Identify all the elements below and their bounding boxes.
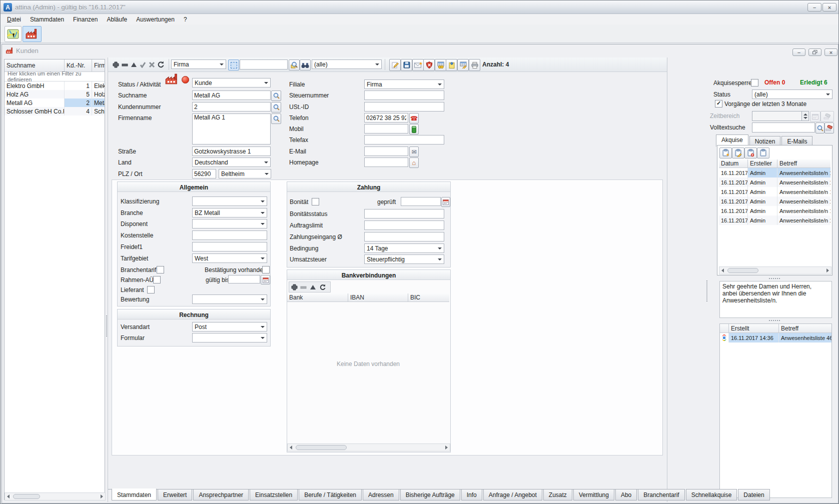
bewertung-combo[interactable] [192, 294, 267, 304]
cell-datum[interactable]: 16.11.2017 [719, 206, 748, 216]
add-record-button[interactable] [112, 60, 120, 68]
status-combo[interactable]: Kunde [192, 78, 271, 88]
lieferant-checkbox[interactable] [147, 286, 155, 294]
cell-datum[interactable]: 16.11.2017 [719, 168, 748, 178]
cell-betreff[interactable]: Anwesenheitsliste 46 [779, 333, 831, 342]
scroll-left-icon[interactable] [290, 446, 292, 450]
child-restore-button[interactable] [808, 48, 821, 56]
tab-erweitert[interactable]: Erweitert [158, 489, 192, 500]
cell-datum[interactable]: 16.11.2017 [719, 196, 748, 206]
bank-delete-button[interactable] [300, 284, 307, 290]
homepage-input[interactable] [364, 158, 408, 167]
cell-suchname[interactable]: Metall AG [5, 98, 65, 107]
akquise-hscrollbar[interactable] [719, 266, 831, 274]
cell-ersteller[interactable]: Admin [748, 206, 777, 216]
column-header-betreff[interactable]: Betreff [779, 324, 831, 332]
refresh-button[interactable] [157, 60, 165, 68]
table-edit-button[interactable] [457, 59, 469, 71]
formular-combo[interactable] [192, 333, 267, 342]
volltextsuche-search-button[interactable] [815, 122, 824, 134]
search-field-combo[interactable]: Firma [171, 60, 226, 69]
strasse-input[interactable] [192, 146, 271, 156]
column-header-ersteller[interactable]: Ersteller [748, 160, 777, 168]
block-button[interactable] [423, 59, 435, 71]
telefax-input[interactable] [364, 135, 444, 144]
tab-zusatz[interactable]: Zusatz [543, 489, 572, 500]
child-minimize-button[interactable]: – [792, 48, 805, 56]
steuernummer-input[interactable] [364, 90, 444, 100]
akquise-status-combo[interactable]: (alle) [752, 90, 832, 99]
firmenname-lookup-button[interactable] [271, 114, 281, 124]
versandart-combo[interactable]: Post [192, 322, 267, 332]
tab-vermittlung[interactable]: Vermittlung [573, 489, 614, 500]
column-header-suchname[interactable]: Suchname [5, 60, 65, 72]
ort-combo[interactable]: Beltheim [219, 169, 271, 178]
child-close-button[interactable]: × [824, 48, 837, 56]
freidef1-input[interactable] [192, 242, 267, 252]
save-button[interactable] [401, 59, 412, 71]
bank-hscrollbar[interactable] [287, 444, 450, 452]
akquise-copy-button[interactable] [757, 148, 769, 158]
column-header-bic[interactable]: BIC [408, 294, 449, 302]
spin-up-icon[interactable] [803, 114, 807, 116]
column-header-betreff[interactable]: Betreff [777, 160, 830, 168]
cell-betreff[interactable]: Anwesenheitsliste/n 13 [777, 196, 830, 206]
volltextsuche-clear-button[interactable] [824, 122, 834, 134]
zeitbereich-input[interactable] [752, 111, 802, 121]
tab-adressen[interactable]: Adressen [363, 489, 399, 500]
cell-kdnr[interactable]: 5 [65, 90, 92, 98]
akquise-row-selected[interactable]: 16.11.2017 Admin Anwesenheitsliste/n 13 [719, 168, 830, 178]
scroll-right-icon[interactable] [445, 446, 448, 450]
gueltigbis-calendar-button[interactable] [261, 275, 270, 284]
suchname-input[interactable] [192, 90, 271, 100]
scroll-thumb[interactable] [296, 445, 347, 450]
akquise-splitter-2[interactable] [769, 320, 780, 321]
menu-stammdaten[interactable]: Stammdaten [26, 15, 69, 24]
kostenstelle-input[interactable] [192, 230, 267, 240]
cell-kdnr[interactable]: 4 [65, 107, 92, 116]
scroll-right-icon[interactable] [826, 268, 829, 272]
print-button[interactable] [469, 59, 480, 71]
spin-down-icon[interactable] [803, 117, 807, 119]
status-filter-combo[interactable]: (alle) [312, 60, 382, 69]
customer-row[interactable]: Schlosser GmbH Co.Kg 4 Schlosser GmbH Co… [5, 107, 105, 116]
tab-anfrage-angebot[interactable]: Anfrage / Angebot [483, 489, 542, 500]
telefon-input[interactable] [364, 113, 408, 122]
akquise-row[interactable]: 16.11.2017 Admin Anwesenheitsliste/n 13 [719, 187, 830, 196]
customer-row[interactable]: Elektro GmbH 1 Elektro GmbH [5, 82, 105, 90]
scroll-left-icon[interactable] [721, 268, 724, 272]
tab-bisherige-auftraege[interactable]: Bisherige Aufträge [400, 489, 460, 500]
left-splitter-handle[interactable] [106, 316, 107, 336]
tab-einsatzstellen[interactable]: Einsatzstellen [250, 489, 298, 500]
edit-record-button[interactable] [130, 60, 138, 68]
customer-row[interactable]: Holz AG 5 Holz AG [5, 90, 105, 98]
vorgaenge-checkbox[interactable] [715, 100, 722, 108]
menu-finanzen[interactable]: Finanzen [69, 15, 102, 24]
gueltigbis-input[interactable] [228, 275, 260, 284]
suchname-lookup-button[interactable] [271, 90, 281, 101]
cell-datum[interactable]: 16.11.2017 [719, 216, 748, 225]
scroll-right-icon[interactable] [101, 494, 103, 498]
zeitbereich-spinner[interactable] [802, 111, 809, 121]
column-header-erstellt[interactable]: Erstellt [729, 324, 779, 332]
cell-firma[interactable]: Elektro GmbH [92, 82, 105, 90]
billing-data-button[interactable] [435, 59, 446, 71]
rahmen-checkbox[interactable] [153, 276, 161, 284]
tab-stammdaten[interactable]: Stammdaten [112, 488, 157, 500]
akquise-row[interactable]: 16.11.2017 Admin Anwesenheitsliste/n 13 [719, 196, 830, 206]
edit-button[interactable] [389, 59, 401, 71]
akquise-splitter-1[interactable] [769, 278, 780, 279]
exact-match-toggle[interactable] [228, 60, 239, 70]
branche-combo[interactable]: BZ Metall [192, 208, 267, 218]
column-header-icon[interactable] [720, 324, 729, 332]
bonitaetsstatus-input[interactable] [364, 209, 444, 218]
cell-firma[interactable]: Holz AG [92, 90, 105, 98]
land-combo[interactable]: Deutschland [192, 158, 271, 167]
bonitaet-checkbox[interactable] [312, 198, 319, 206]
bank-refresh-button[interactable] [319, 284, 326, 290]
cell-betreff[interactable]: Anwesenheitsliste/n 13 [777, 187, 830, 196]
akquise-row[interactable]: 16.11.2017 Admin Anwesenheitsliste/n 13 [719, 216, 830, 225]
column-header-iban[interactable]: IBAN [348, 294, 408, 302]
open-homepage-button[interactable]: ⌂ [409, 158, 419, 168]
akquise-new-button[interactable] [719, 148, 732, 158]
